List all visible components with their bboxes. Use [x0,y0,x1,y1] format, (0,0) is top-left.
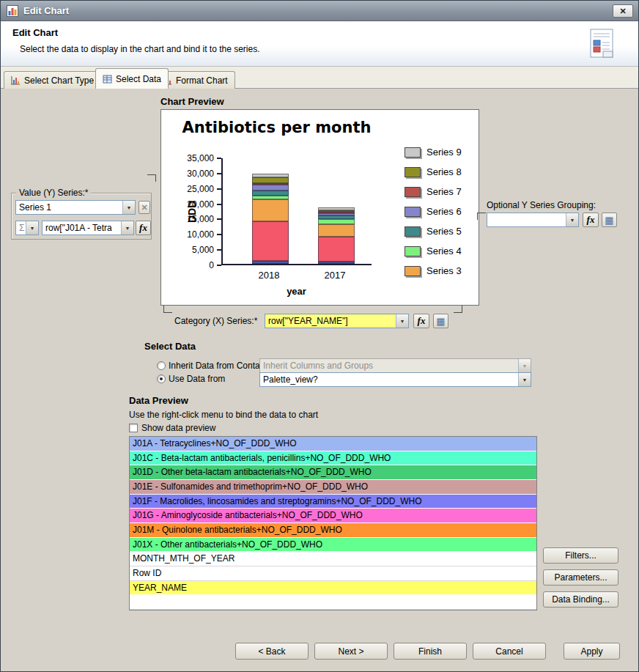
data-column-row[interactable]: J01E - Sulfonamides and trimethoprim+NO_… [130,480,536,495]
legend-swatch [405,226,421,237]
next-button[interactable]: Next > [314,643,388,660]
bar-segment [252,191,289,196]
category-fx-button[interactable]: fx [413,314,429,328]
use-data-value: Palette_view? [260,374,518,385]
delete-icon: ✕ [141,203,147,213]
use-data-select[interactable]: Palette_view? ▼ [259,372,531,387]
data-column-row[interactable]: J01M - Quinolone antibacterials+NO_OF_DD… [130,523,536,538]
tab-icon [11,76,21,85]
y-series-expression[interactable]: row["J01A - Tetra ▼ [42,221,134,235]
legend-swatch [405,147,421,158]
use-data-radio[interactable] [157,374,166,383]
data-column-row[interactable]: J01D - Other beta-lactam antibacterials+… [130,465,536,480]
legend-label: Series 4 [426,245,462,256]
chevron-down-icon[interactable]: ▼ [122,201,135,214]
y-tick-mark [217,204,221,205]
legend-label: Series 8 [426,166,462,177]
data-column-row[interactable] [130,595,536,610]
back-button[interactable]: < Back [235,643,309,660]
data-binding-button[interactable]: Data Binding... [543,591,618,608]
y-series-select[interactable]: Series 1 ▼ [15,200,136,215]
aggregation-select[interactable]: Σ ▼ [15,221,39,235]
chevron-down-icon[interactable]: ▼ [26,221,38,235]
y-tick-mark [217,265,221,266]
window-title: Edit Chart [23,5,69,16]
y-series-fx-button[interactable]: fx [136,221,151,235]
category-x-series-label: Category (X) Series:* [174,316,257,326]
data-column-row[interactable]: YEAR_NAME [130,581,536,596]
chart-preview-heading: Chart Preview [160,96,224,107]
y-tick-label: 0 [161,260,214,270]
tab-select-data[interactable]: Select Data [95,68,169,89]
data-columns-list[interactable]: J01A - Tetracyclines+NO_OF_DDD_WHOJ01C -… [129,436,537,610]
bar-segment [318,219,355,224]
tab-select-chart-type[interactable]: Select Chart Type [4,71,101,89]
chevron-down-icon[interactable]: ▼ [566,213,578,226]
y-tick-mark [217,234,221,235]
edit-chart-dialog: Edit Chart ✕ Edit Chart Select the data … [0,0,639,672]
bar-segment [252,185,289,191]
fx-icon: fx [418,315,426,327]
tab-label: Select Chart Type [24,75,94,86]
cancel-button[interactable]: Cancel [473,643,546,660]
legend-entry: Series 5 [405,226,462,237]
bar-segment [252,199,289,221]
category-x-series-select[interactable]: row["YEAR_NAME"] ▼ [265,314,409,328]
bar-segment [252,261,289,264]
data-column-row[interactable]: J01C - Beta-lactam antibacterials, penic… [130,451,536,466]
data-preview-heading: Data Preview [129,395,188,406]
filters-button[interactable]: Filters... [543,547,618,564]
legend-swatch [405,187,421,197]
x-tick-label: 2017 [309,270,361,281]
title-bar[interactable]: Edit Chart ✕ [1,1,639,21]
show-data-preview-label[interactable]: Show data preview [141,423,215,433]
apply-button[interactable]: Apply [564,643,620,660]
category-edit-button[interactable]: ▦ [433,314,448,328]
delete-series-button[interactable]: ✕ [138,201,150,214]
fx-icon: fx [139,222,147,234]
show-data-preview-checkbox[interactable] [129,424,138,432]
inherit-columns-select: Inherit Columns and Groups ▼ [259,358,531,373]
data-column-row[interactable]: J01G - Aminoglycoside antibacterials+NO_… [130,509,536,523]
optional-grouping-label: Optional Y Series Grouping: [487,200,596,210]
y-series-select-value: Series 1 [16,202,122,213]
y-tick-label: 35,000 [161,153,214,163]
y-tick-mark [217,173,221,174]
stacked-bar-2017 [318,207,355,265]
data-column-row[interactable]: Row ID [130,566,536,581]
use-data-label[interactable]: Use Data from [169,374,225,384]
close-button[interactable]: ✕ [613,4,633,18]
legend-entry: Series 9 [405,147,462,158]
legend-entry: Series 3 [405,265,462,276]
value-y-series-label: Value (Y) Series:* [16,188,91,198]
y-tick-mark [217,188,221,190]
bar-segment [252,177,289,182]
legend-label: Series 7 [426,186,462,197]
header-title: Edit Chart [12,27,58,38]
chevron-down-icon[interactable]: ▼ [121,221,133,235]
data-column-row[interactable]: MONTH_MTH_OF_YEAR [130,552,536,566]
y-axis-ticks: 35,00030,00025,00020,00015,00010,0005,00… [161,158,217,265]
data-column-row[interactable]: J01A - Tetracyclines+NO_OF_DDD_WHO [130,437,536,451]
inherit-data-radio[interactable] [157,361,166,370]
data-column-row[interactable]: J01F - Macrolides, lincosamides and stre… [130,495,536,509]
tab-icon [103,75,112,84]
grouping-edit-button[interactable]: ▦ [602,213,617,227]
grouping-fx-button[interactable]: fx [583,213,599,227]
chevron-down-icon[interactable]: ▼ [518,373,531,386]
optional-grouping-select[interactable]: ▼ [487,213,579,227]
y-series-expression-value: row["J01A - Tetra [43,223,121,233]
y-tick-label: 20,000 [161,199,214,210]
parameters-button[interactable]: Parameters... [543,569,618,586]
finish-button[interactable]: Finish [394,643,467,660]
report-chart-icon [588,27,616,59]
binding-bracket [477,213,486,220]
plot-area [221,158,372,265]
chevron-down-icon: ▼ [518,359,531,372]
chevron-down-icon[interactable]: ▼ [396,314,408,328]
sigma-icon: Σ [16,223,26,233]
bar-segment [318,224,355,237]
header-subtitle: Select the data to display in the chart … [20,44,260,54]
legend-label: Series 6 [426,206,462,217]
data-column-row[interactable]: J01X - Other antibacterials+NO_OF_DDD_WH… [130,538,536,553]
